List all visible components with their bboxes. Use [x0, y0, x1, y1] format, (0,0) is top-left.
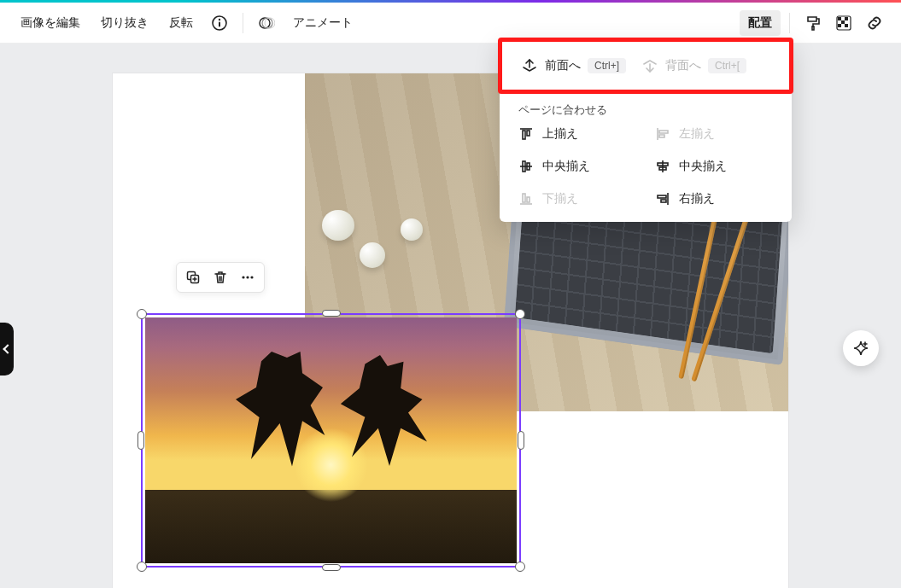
add-page-fab[interactable] — [843, 330, 879, 366]
resize-handle-top[interactable] — [322, 310, 341, 317]
align-left-label: 左揃え — [679, 126, 715, 142]
svg-point-2 — [219, 18, 220, 20]
selection-border — [141, 313, 521, 568]
svg-point-17 — [250, 276, 253, 278]
toolbar-separator-2 — [789, 13, 790, 33]
resize-handle-top-right[interactable] — [515, 309, 525, 319]
send-backward-shortcut: Ctrl+[ — [708, 58, 746, 73]
align-top-label: 上揃え — [542, 126, 578, 142]
bring-forward-button[interactable]: 前面へ Ctrl+] — [521, 57, 626, 74]
crop-button[interactable]: 切り抜き — [92, 10, 157, 36]
flip-button[interactable]: 反転 — [161, 10, 202, 36]
transparency-icon — [835, 15, 852, 32]
send-backward-label: 背面へ — [665, 58, 701, 73]
align-right-label: 右揃え — [679, 191, 715, 207]
align-middle-v-icon — [655, 159, 670, 174]
send-backward-button: 背面へ Ctrl+[ — [641, 57, 746, 74]
svg-point-16 — [246, 276, 249, 278]
svg-point-15 — [242, 276, 244, 278]
selected-image-sunset[interactable] — [141, 313, 521, 568]
paperball-graphic — [401, 218, 423, 241]
paperball-graphic — [322, 210, 354, 241]
align-middle-v-button[interactable]: 中央揃え — [655, 159, 773, 174]
svg-rect-29 — [661, 200, 666, 202]
bring-forward-icon — [521, 57, 538, 74]
align-bottom-button: 下揃え — [518, 191, 636, 207]
svg-rect-27 — [527, 197, 529, 202]
align-bottom-icon — [518, 191, 534, 207]
resize-handle-top-left[interactable] — [137, 309, 147, 319]
sparkle-plus-icon — [851, 339, 870, 358]
align-right-icon — [655, 191, 670, 207]
align-left-button: 左揃え — [655, 126, 773, 142]
info-icon — [211, 15, 228, 32]
format-painter-button[interactable] — [799, 9, 828, 38]
align-top-icon — [518, 126, 534, 142]
bring-forward-shortcut: Ctrl+] — [588, 58, 626, 73]
svg-rect-11 — [838, 24, 841, 27]
align-top-button[interactable]: 上揃え — [518, 126, 636, 142]
svg-rect-1 — [219, 21, 220, 26]
paint-roller-icon — [804, 15, 822, 32]
svg-rect-18 — [523, 131, 525, 139]
align-middle-h-icon — [518, 159, 534, 174]
expand-side-panel-button[interactable] — [0, 323, 14, 376]
resize-handle-right[interactable] — [518, 431, 524, 450]
info-icon-button[interactable] — [205, 9, 234, 38]
stack-circles-icon — [258, 15, 275, 32]
resize-handle-left[interactable] — [137, 431, 144, 450]
link-button[interactable] — [860, 9, 889, 38]
svg-rect-6 — [812, 26, 814, 30]
svg-rect-12 — [845, 24, 848, 27]
align-bottom-label: 下揃え — [542, 191, 578, 207]
position-button[interactable]: 配置 — [740, 10, 781, 36]
svg-rect-21 — [659, 135, 664, 137]
resize-handle-bottom-right[interactable] — [515, 562, 525, 572]
align-middle-h-button[interactable]: 中央揃え — [518, 159, 636, 174]
resize-handle-bottom[interactable] — [322, 564, 341, 571]
delete-button[interactable] — [211, 268, 230, 287]
svg-rect-20 — [659, 131, 668, 133]
align-left-icon — [655, 126, 670, 142]
floating-context-toolbar — [176, 262, 265, 293]
transparency-button[interactable] — [829, 9, 858, 38]
svg-rect-9 — [845, 17, 848, 20]
paperball-graphic — [360, 242, 385, 268]
svg-rect-26 — [523, 194, 525, 202]
align-right-button[interactable]: 右揃え — [655, 191, 773, 207]
svg-rect-10 — [841, 20, 845, 24]
duplicate-icon — [185, 270, 201, 285]
send-backward-icon — [641, 57, 658, 74]
position-popover: 前面へ Ctrl+] 背面へ Ctrl+[ ページに合わせる 上揃え 左揃え — [500, 39, 792, 222]
link-icon — [866, 15, 883, 32]
animate-button[interactable]: アニメート — [284, 10, 361, 36]
resize-handle-bottom-left[interactable] — [137, 562, 147, 572]
fit-to-page-label: ページに合わせる — [500, 92, 792, 126]
more-button[interactable] — [238, 268, 257, 287]
svg-point-4 — [262, 18, 272, 28]
trash-icon — [213, 270, 228, 285]
svg-rect-28 — [658, 195, 666, 198]
svg-rect-8 — [838, 17, 841, 20]
animate-icon[interactable] — [252, 9, 281, 38]
edit-image-button[interactable]: 画像を編集 — [12, 10, 89, 36]
more-horizontal-icon — [240, 270, 255, 285]
bring-forward-label: 前面へ — [545, 58, 581, 73]
align-middle-v-label: 中央揃え — [679, 159, 727, 174]
highlighted-layer-order-row: 前面へ Ctrl+] 背面へ Ctrl+[ — [498, 38, 793, 94]
toolbar-separator — [243, 13, 243, 33]
svg-rect-19 — [527, 131, 529, 136]
align-middle-h-label: 中央揃え — [542, 159, 590, 174]
duplicate-button[interactable] — [184, 268, 202, 287]
